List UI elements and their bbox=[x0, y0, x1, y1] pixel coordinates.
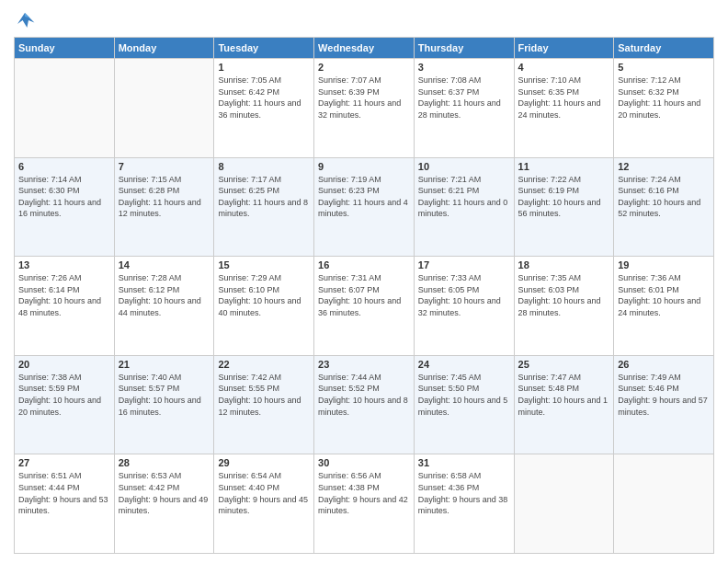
day-number: 12 bbox=[618, 161, 710, 172]
day-number: 4 bbox=[518, 62, 610, 73]
day-info: Sunrise: 7:12 AMSunset: 6:32 PMDaylight:… bbox=[618, 75, 710, 121]
day-info: Sunrise: 7:36 AMSunset: 6:01 PMDaylight:… bbox=[618, 272, 710, 318]
calendar-cell: 5Sunrise: 7:12 AMSunset: 6:32 PMDaylight… bbox=[614, 59, 714, 158]
day-info: Sunrise: 7:19 AMSunset: 6:23 PMDaylight:… bbox=[318, 174, 410, 220]
calendar-cell bbox=[15, 59, 115, 158]
day-info: Sunrise: 6:56 AMSunset: 4:38 PMDaylight:… bbox=[318, 470, 410, 516]
day-number: 3 bbox=[418, 62, 510, 73]
day-info: Sunrise: 7:31 AMSunset: 6:07 PMDaylight:… bbox=[318, 272, 410, 318]
calendar-week-1: 1Sunrise: 7:05 AMSunset: 6:42 PMDaylight… bbox=[15, 59, 714, 158]
calendar-cell: 29Sunrise: 6:54 AMSunset: 4:40 PMDayligh… bbox=[214, 454, 314, 554]
day-info: Sunrise: 7:26 AMSunset: 6:14 PMDaylight:… bbox=[18, 272, 110, 318]
day-info: Sunrise: 7:33 AMSunset: 6:05 PMDaylight:… bbox=[418, 272, 510, 318]
calendar-cell: 24Sunrise: 7:45 AMSunset: 5:50 PMDayligh… bbox=[414, 355, 514, 454]
day-info: Sunrise: 6:51 AMSunset: 4:44 PMDaylight:… bbox=[18, 470, 110, 516]
calendar-cell: 4Sunrise: 7:10 AMSunset: 6:35 PMDaylight… bbox=[514, 59, 614, 158]
day-number: 28 bbox=[119, 457, 210, 468]
day-info: Sunrise: 7:38 AMSunset: 5:59 PMDaylight:… bbox=[18, 372, 110, 418]
day-number: 13 bbox=[18, 259, 110, 270]
page: SundayMondayTuesdayWednesdayThursdayFrid… bbox=[0, 0, 728, 563]
day-info: Sunrise: 7:29 AMSunset: 6:10 PMDaylight:… bbox=[218, 272, 310, 318]
calendar-cell: 6Sunrise: 7:14 AMSunset: 6:30 PMDaylight… bbox=[15, 157, 115, 257]
calendar-cell: 1Sunrise: 7:05 AMSunset: 6:42 PMDaylight… bbox=[214, 59, 314, 158]
day-number: 6 bbox=[18, 161, 110, 172]
day-info: Sunrise: 7:40 AMSunset: 5:57 PMDaylight:… bbox=[119, 372, 210, 418]
day-info: Sunrise: 7:15 AMSunset: 6:28 PMDaylight:… bbox=[119, 174, 210, 220]
day-info: Sunrise: 7:47 AMSunset: 5:48 PMDaylight:… bbox=[518, 372, 610, 418]
day-info: Sunrise: 7:45 AMSunset: 5:50 PMDaylight:… bbox=[418, 372, 510, 418]
day-number: 29 bbox=[218, 457, 310, 468]
day-number: 31 bbox=[418, 457, 510, 468]
day-number: 5 bbox=[618, 62, 710, 73]
calendar-cell bbox=[614, 454, 714, 554]
day-header-friday: Friday bbox=[514, 38, 614, 59]
logo bbox=[14, 9, 40, 31]
day-info: Sunrise: 7:21 AMSunset: 6:21 PMDaylight:… bbox=[418, 174, 510, 220]
day-info: Sunrise: 7:35 AMSunset: 6:03 PMDaylight:… bbox=[518, 272, 610, 318]
calendar-week-3: 13Sunrise: 7:26 AMSunset: 6:14 PMDayligh… bbox=[15, 257, 714, 356]
calendar-week-4: 20Sunrise: 7:38 AMSunset: 5:59 PMDayligh… bbox=[15, 355, 714, 454]
day-info: Sunrise: 7:07 AMSunset: 6:39 PMDaylight:… bbox=[318, 75, 410, 121]
calendar-cell bbox=[514, 454, 614, 554]
calendar-cell: 14Sunrise: 7:28 AMSunset: 6:12 PMDayligh… bbox=[114, 257, 214, 356]
day-info: Sunrise: 7:28 AMSunset: 6:12 PMDaylight:… bbox=[119, 272, 210, 318]
day-number: 26 bbox=[618, 359, 710, 370]
day-number: 20 bbox=[18, 359, 110, 370]
day-info: Sunrise: 6:53 AMSunset: 4:42 PMDaylight:… bbox=[119, 470, 210, 516]
day-info: Sunrise: 7:05 AMSunset: 6:42 PMDaylight:… bbox=[218, 75, 310, 121]
day-info: Sunrise: 6:54 AMSunset: 4:40 PMDaylight:… bbox=[218, 470, 310, 516]
calendar-cell: 31Sunrise: 6:58 AMSunset: 4:36 PMDayligh… bbox=[414, 454, 514, 554]
day-number: 16 bbox=[318, 259, 410, 270]
calendar-cell: 25Sunrise: 7:47 AMSunset: 5:48 PMDayligh… bbox=[514, 355, 614, 454]
day-number: 7 bbox=[119, 161, 210, 172]
calendar-cell: 17Sunrise: 7:33 AMSunset: 6:05 PMDayligh… bbox=[414, 257, 514, 356]
calendar-cell: 2Sunrise: 7:07 AMSunset: 6:39 PMDaylight… bbox=[314, 59, 415, 158]
calendar-cell: 18Sunrise: 7:35 AMSunset: 6:03 PMDayligh… bbox=[514, 257, 614, 356]
day-header-thursday: Thursday bbox=[414, 38, 514, 59]
day-header-wednesday: Wednesday bbox=[314, 38, 415, 59]
day-info: Sunrise: 7:44 AMSunset: 5:52 PMDaylight:… bbox=[318, 372, 410, 418]
calendar-cell: 9Sunrise: 7:19 AMSunset: 6:23 PMDaylight… bbox=[314, 157, 415, 257]
day-number: 10 bbox=[418, 161, 510, 172]
calendar-cell bbox=[114, 59, 214, 158]
day-info: Sunrise: 6:58 AMSunset: 4:36 PMDaylight:… bbox=[418, 470, 510, 516]
day-info: Sunrise: 7:42 AMSunset: 5:55 PMDaylight:… bbox=[218, 372, 310, 418]
day-number: 15 bbox=[218, 259, 310, 270]
calendar-cell: 22Sunrise: 7:42 AMSunset: 5:55 PMDayligh… bbox=[214, 355, 314, 454]
calendar-cell: 3Sunrise: 7:08 AMSunset: 6:37 PMDaylight… bbox=[414, 59, 514, 158]
day-number: 19 bbox=[618, 259, 710, 270]
calendar-header-row: SundayMondayTuesdayWednesdayThursdayFrid… bbox=[15, 38, 714, 59]
calendar-cell: 28Sunrise: 6:53 AMSunset: 4:42 PMDayligh… bbox=[114, 454, 214, 554]
calendar-cell: 21Sunrise: 7:40 AMSunset: 5:57 PMDayligh… bbox=[114, 355, 214, 454]
day-info: Sunrise: 7:10 AMSunset: 6:35 PMDaylight:… bbox=[518, 75, 610, 121]
day-number: 18 bbox=[518, 259, 610, 270]
header bbox=[14, 9, 714, 31]
calendar-cell: 19Sunrise: 7:36 AMSunset: 6:01 PMDayligh… bbox=[614, 257, 714, 356]
day-number: 2 bbox=[318, 62, 410, 73]
day-header-tuesday: Tuesday bbox=[214, 38, 314, 59]
calendar-cell: 20Sunrise: 7:38 AMSunset: 5:59 PMDayligh… bbox=[15, 355, 115, 454]
day-header-sunday: Sunday bbox=[15, 38, 115, 59]
calendar-cell: 26Sunrise: 7:49 AMSunset: 5:46 PMDayligh… bbox=[614, 355, 714, 454]
calendar-cell: 11Sunrise: 7:22 AMSunset: 6:19 PMDayligh… bbox=[514, 157, 614, 257]
day-header-monday: Monday bbox=[114, 38, 214, 59]
calendar-cell: 7Sunrise: 7:15 AMSunset: 6:28 PMDaylight… bbox=[114, 157, 214, 257]
day-number: 25 bbox=[518, 359, 610, 370]
day-number: 23 bbox=[318, 359, 410, 370]
calendar-cell: 12Sunrise: 7:24 AMSunset: 6:16 PMDayligh… bbox=[614, 157, 714, 257]
calendar-cell: 13Sunrise: 7:26 AMSunset: 6:14 PMDayligh… bbox=[15, 257, 115, 356]
day-header-saturday: Saturday bbox=[614, 38, 714, 59]
day-info: Sunrise: 7:24 AMSunset: 6:16 PMDaylight:… bbox=[618, 174, 710, 220]
day-number: 22 bbox=[218, 359, 310, 370]
calendar-cell: 27Sunrise: 6:51 AMSunset: 4:44 PMDayligh… bbox=[15, 454, 115, 554]
day-number: 11 bbox=[518, 161, 610, 172]
calendar-table: SundayMondayTuesdayWednesdayThursdayFrid… bbox=[14, 37, 714, 554]
calendar-cell: 10Sunrise: 7:21 AMSunset: 6:21 PMDayligh… bbox=[414, 157, 514, 257]
calendar-cell: 15Sunrise: 7:29 AMSunset: 6:10 PMDayligh… bbox=[214, 257, 314, 356]
day-number: 14 bbox=[119, 259, 210, 270]
day-number: 27 bbox=[18, 457, 110, 468]
day-info: Sunrise: 7:14 AMSunset: 6:30 PMDaylight:… bbox=[18, 174, 110, 220]
day-info: Sunrise: 7:49 AMSunset: 5:46 PMDaylight:… bbox=[618, 372, 710, 418]
day-info: Sunrise: 7:22 AMSunset: 6:19 PMDaylight:… bbox=[518, 174, 610, 220]
day-number: 1 bbox=[218, 62, 310, 73]
